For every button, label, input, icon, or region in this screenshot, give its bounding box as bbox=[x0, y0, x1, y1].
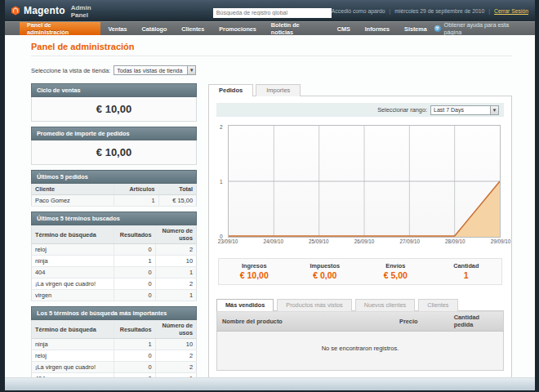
cell-uses: 1 bbox=[155, 267, 197, 278]
column-header: Precio bbox=[394, 311, 449, 332]
logo-subtitle: Admin Panel bbox=[71, 4, 97, 19]
cell-term: virgen bbox=[32, 290, 114, 301]
table-row[interactable]: Paco Gomez 1 € 15,00 bbox=[32, 195, 197, 207]
column-header: Término de búsqueda bbox=[32, 225, 114, 244]
tab-importes[interactable]: Importes bbox=[256, 84, 301, 96]
nav-item-catalogo[interactable]: Catálogo bbox=[135, 22, 175, 35]
range-selected: Last 7 Days bbox=[434, 107, 464, 113]
chevron-down-icon: ▼ bbox=[490, 106, 498, 114]
total-value: € 10,00 bbox=[219, 270, 290, 280]
total-cantidad: Cantidad 1 bbox=[431, 262, 502, 280]
cell-term: ninja bbox=[32, 256, 114, 267]
last-orders-title: Últimos 5 pedidos bbox=[31, 170, 197, 184]
nav-item-boletin[interactable]: Boletín de noticias bbox=[264, 22, 330, 35]
total-impuestos: Impuestos € 0,00 bbox=[290, 262, 361, 280]
x-tick-label: 27/09/10 bbox=[399, 238, 420, 244]
chart-x-labels: 23/09/1024/09/1025/09/1026/09/1027/09/10… bbox=[228, 238, 501, 247]
total-value: 1 bbox=[431, 270, 502, 280]
nav-item-informes[interactable]: Informes bbox=[358, 22, 397, 35]
cell-uses: 2 bbox=[155, 278, 197, 290]
nav-item-cms[interactable]: CMS bbox=[330, 22, 358, 35]
table-row[interactable]: virgen 0 1 bbox=[32, 290, 197, 301]
nav-item-dashboard[interactable]: Panel de administración bbox=[20, 22, 100, 35]
tab-clientes[interactable]: Clientes bbox=[418, 299, 457, 311]
top-search-terms-box: Los 5 términos de búsqueda más important… bbox=[31, 306, 197, 377]
average-orders-value: € 10,00 bbox=[31, 140, 197, 165]
range-select[interactable]: Last 7 Days ▼ bbox=[430, 105, 499, 115]
dashboard-sidebar: Ciclo de ventas € 10,00 Promedio de impo… bbox=[31, 83, 197, 377]
cell-term: 404 bbox=[32, 267, 114, 278]
logo-title: Magento bbox=[24, 5, 65, 16]
nav-item-sistema[interactable]: Sistema bbox=[397, 22, 434, 35]
cell-results: 1 bbox=[114, 256, 156, 267]
help-link[interactable]: ? Obtener ayuda para esta página bbox=[434, 22, 535, 35]
total-label: Envíos bbox=[360, 262, 431, 270]
total-ingresos: Ingresos € 10,00 bbox=[219, 262, 290, 280]
total-label: Impuestos bbox=[290, 262, 361, 270]
cell-customer: Paco Gomez bbox=[32, 195, 114, 207]
cell-uses: 2 bbox=[155, 350, 197, 362]
cell-results: 0 bbox=[114, 350, 156, 362]
table-row[interactable]: ninja 1 10 bbox=[32, 339, 197, 350]
tab-nuevos-clientes[interactable]: Nuevos clientes bbox=[355, 299, 416, 311]
separator bbox=[488, 8, 490, 14]
last-orders-box: Últimos 5 pedidos Cliente Artículos Tota… bbox=[31, 170, 197, 207]
nav-item-promociones[interactable]: Promociones bbox=[212, 22, 264, 35]
cell-uses: 10 bbox=[155, 339, 197, 350]
header-user-info: Accedió como apardo miércoles 29 de sept… bbox=[332, 8, 528, 14]
last-orders-table: Cliente Artículos Total Paco Gomez 1 € 1… bbox=[31, 184, 197, 207]
cell-term: reloj bbox=[32, 350, 114, 362]
orders-panel: Seleccionar rango: Last 7 Days ▼ 012 23/… bbox=[208, 96, 512, 377]
chart-tabs: Pedidos Importes bbox=[208, 83, 512, 96]
main-nav: Panel de administración Ventas Catálogo … bbox=[5, 21, 535, 35]
empty-table-message: No se encontraron registros. bbox=[217, 332, 504, 371]
table-row[interactable]: 404 0 1 bbox=[32, 267, 197, 278]
x-tick-label: 23/09/10 bbox=[218, 238, 238, 244]
help-icon: ? bbox=[434, 25, 441, 32]
column-header: Resultados bbox=[114, 320, 156, 339]
tab-productos-mas-vistos[interactable]: Productos más vistos bbox=[277, 299, 351, 311]
orders-chart: 012 23/09/1024/09/1025/09/1026/09/1027/0… bbox=[228, 125, 501, 247]
cell-results: 0 bbox=[114, 244, 156, 256]
total-value: € 0,00 bbox=[290, 270, 361, 280]
total-value: € 5,00 bbox=[360, 270, 431, 280]
total-envios: Envíos € 5,00 bbox=[360, 262, 431, 280]
column-header: Nombre del producto bbox=[217, 311, 395, 332]
range-label: Seleccionar rango: bbox=[377, 106, 427, 114]
store-view-switcher: Seleccione la vista de tienda: Todas las… bbox=[31, 65, 512, 75]
magento-admin-page: Magento Admin Panel Accedió como apardo … bbox=[5, 0, 535, 390]
store-view-select[interactable]: Todas las vistas de tienda ▼ bbox=[114, 65, 196, 75]
column-header: Término de búsqueda bbox=[32, 320, 114, 339]
table-row[interactable]: ¡La virgen que cuadro! 0 2 bbox=[32, 362, 197, 373]
last-search-terms-box: Últimos 5 términos buscados Término de b… bbox=[31, 212, 197, 301]
window-frame: Magento Admin Panel Accedió como apardo … bbox=[0, 0, 539, 392]
orders-chart-svg bbox=[229, 126, 500, 237]
table-row[interactable]: ninja 1 10 bbox=[32, 256, 197, 267]
cell-term: reloj bbox=[32, 244, 114, 256]
x-tick-label: 29/09/10 bbox=[491, 238, 511, 244]
tab-mas-vendidos[interactable]: Más vendidos bbox=[216, 299, 274, 311]
cell-term: ¡La virgen que cuadro! bbox=[32, 362, 114, 373]
average-orders-title: Promedio de importe de pedidos bbox=[31, 127, 197, 140]
cell-uses: 1 bbox=[155, 290, 197, 301]
orders-chart-plot: 012 bbox=[228, 125, 501, 238]
x-tick-label: 24/09/10 bbox=[263, 238, 283, 244]
column-header: Artículos bbox=[114, 184, 159, 195]
logged-in-as-text: Accedió como apardo bbox=[332, 8, 385, 14]
logout-link[interactable]: Cerrar Sesión bbox=[494, 8, 528, 14]
table-row[interactable]: reloj 0 2 bbox=[32, 244, 197, 256]
cell-items: 1 bbox=[114, 195, 159, 207]
table-row[interactable]: ¡La virgen que cuadro! 0 2 bbox=[32, 278, 197, 290]
top-search-terms-table: Término de búsqueda Resultados Número de… bbox=[31, 320, 197, 377]
nav-item-ventas[interactable]: Ventas bbox=[100, 22, 134, 35]
column-header: Número de usos bbox=[155, 225, 197, 244]
x-tick-label: 25/09/10 bbox=[309, 238, 329, 244]
tab-pedidos[interactable]: Pedidos bbox=[208, 84, 253, 96]
table-row[interactable]: reloj 0 2 bbox=[32, 350, 197, 362]
global-search-input[interactable] bbox=[213, 8, 332, 18]
magento-logo-icon bbox=[11, 4, 20, 17]
total-label: Ingresos bbox=[219, 262, 290, 270]
help-link-label: Obtener ayuda para esta página bbox=[444, 21, 527, 36]
x-tick-label: 26/09/10 bbox=[354, 238, 375, 244]
nav-item-clientes[interactable]: Clientes bbox=[174, 22, 212, 35]
